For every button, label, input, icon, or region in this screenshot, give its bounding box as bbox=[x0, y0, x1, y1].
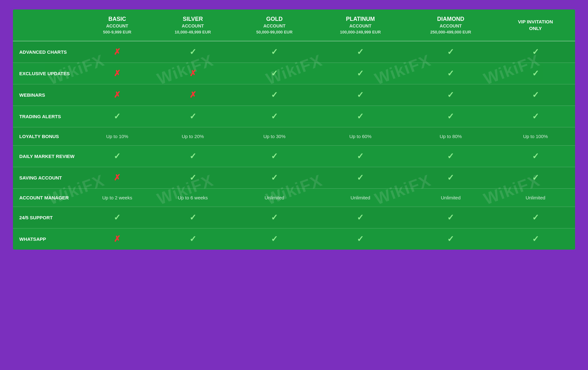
value-cell: Up to 30% bbox=[234, 127, 315, 145]
check-icon: ✓ bbox=[357, 173, 364, 182]
tier-silver-header: SILVER ACCOUNT 10,000-49,999 EUR bbox=[152, 9, 233, 41]
feature-name-cell: WEBINARS bbox=[13, 84, 82, 106]
check-icon: ✓ bbox=[532, 112, 539, 121]
feature-name-cell: WHATSAPP bbox=[13, 228, 82, 250]
cross-icon: ✗ bbox=[114, 69, 121, 78]
text-value: Unlimited bbox=[441, 195, 461, 200]
tier-platinum-name: PLATINUM bbox=[318, 15, 402, 23]
tier-diamond-header: DIAMOND ACCOUNT 250,000-499,000 EUR bbox=[405, 9, 496, 41]
value-cell: Up to 6 weeks bbox=[152, 188, 233, 207]
check-icon: ✓ bbox=[189, 173, 196, 182]
check-icon: ✓ bbox=[357, 90, 364, 100]
tier-silver-name: SILVER bbox=[155, 15, 230, 23]
text-value: Up to 20% bbox=[182, 134, 204, 139]
value-cell: ✗ bbox=[152, 63, 233, 84]
value-cell: ✓ bbox=[405, 167, 496, 188]
tier-platinum-range: 100,000-249,999 EUR bbox=[318, 29, 402, 35]
value-cell: ✓ bbox=[234, 84, 315, 106]
value-cell: ✓ bbox=[152, 228, 233, 250]
check-icon: ✓ bbox=[357, 151, 364, 161]
value-cell: ✓ bbox=[234, 228, 315, 250]
feature-name-cell: TRADING ALERTS bbox=[13, 106, 82, 127]
value-cell: ✓ bbox=[496, 106, 575, 127]
value-cell: ✗ bbox=[82, 41, 152, 63]
value-cell: ✓ bbox=[496, 228, 575, 250]
value-cell: ✓ bbox=[496, 167, 575, 188]
value-cell: ✓ bbox=[234, 106, 315, 127]
table-row: EXCLUSIVE UPDATES✗✗✓✓✓✓ bbox=[13, 63, 575, 84]
check-icon: ✓ bbox=[357, 69, 364, 78]
check-icon: ✓ bbox=[189, 234, 196, 244]
feature-name-cell: 24/5 SUPPORT bbox=[13, 207, 82, 228]
feature-name-cell: DAILY MARKET REVIEW bbox=[13, 145, 82, 167]
value-cell: Up to 2 weeks bbox=[82, 188, 152, 207]
value-cell: ✓ bbox=[234, 207, 315, 228]
value-cell: ✓ bbox=[496, 41, 575, 63]
check-icon: ✓ bbox=[271, 234, 278, 244]
tier-diamond-name: DIAMOND bbox=[409, 15, 493, 23]
check-icon: ✓ bbox=[114, 112, 121, 121]
value-cell: ✗ bbox=[82, 63, 152, 84]
tier-diamond-sub: ACCOUNT bbox=[409, 23, 493, 29]
comparison-table-wrapper: WikiFX WikiFX WikiFX WikiFX WikiFX WikiF… bbox=[13, 9, 575, 250]
check-icon: ✓ bbox=[447, 112, 454, 121]
feature-name-cell: ADVANCED CHARTS bbox=[13, 41, 82, 63]
value-cell: Unlimited bbox=[315, 188, 405, 207]
check-icon: ✓ bbox=[114, 151, 121, 161]
cross-icon: ✗ bbox=[114, 47, 121, 57]
value-cell: ✓ bbox=[405, 106, 496, 127]
tier-vip-header: VIP INVITATION ONLY bbox=[496, 9, 575, 41]
value-cell: ✓ bbox=[315, 167, 405, 188]
value-cell: ✓ bbox=[234, 63, 315, 84]
value-cell: ✓ bbox=[315, 106, 405, 127]
table-row: SAVING ACCOUNT✗✓✓✓✓✓ bbox=[13, 167, 575, 188]
value-cell: ✗ bbox=[152, 84, 233, 106]
value-cell: ✓ bbox=[152, 207, 233, 228]
check-icon: ✓ bbox=[447, 151, 454, 161]
tier-vip-sub: ONLY bbox=[499, 25, 572, 32]
feature-name-cell: SAVING ACCOUNT bbox=[13, 167, 82, 188]
table-row: WHATSAPP✗✓✓✓✓✓ bbox=[13, 228, 575, 250]
check-icon: ✓ bbox=[189, 213, 196, 222]
value-cell: ✓ bbox=[496, 207, 575, 228]
value-cell: ✓ bbox=[234, 167, 315, 188]
value-cell: ✓ bbox=[315, 41, 405, 63]
tier-gold-header: GOLD ACCOUNT 50,000-99,000 EUR bbox=[234, 9, 315, 41]
value-cell: Unlimited bbox=[405, 188, 496, 207]
check-icon: ✓ bbox=[271, 47, 278, 57]
value-cell: ✓ bbox=[82, 145, 152, 167]
check-icon: ✓ bbox=[447, 213, 454, 222]
check-icon: ✓ bbox=[532, 47, 539, 57]
check-icon: ✓ bbox=[271, 90, 278, 100]
check-icon: ✓ bbox=[271, 173, 278, 182]
value-cell: ✓ bbox=[405, 207, 496, 228]
check-icon: ✓ bbox=[271, 69, 278, 78]
check-icon: ✓ bbox=[532, 173, 539, 182]
table-row: 24/5 SUPPORT✓✓✓✓✓✓ bbox=[13, 207, 575, 228]
value-cell: ✓ bbox=[405, 84, 496, 106]
value-cell: ✓ bbox=[405, 41, 496, 63]
value-cell: ✓ bbox=[315, 84, 405, 106]
text-value: Up to 10% bbox=[106, 134, 128, 139]
check-icon: ✓ bbox=[189, 112, 196, 121]
text-value: Unlimited bbox=[351, 195, 370, 200]
value-cell: ✓ bbox=[405, 145, 496, 167]
text-value: Unlimited bbox=[265, 195, 285, 200]
tier-gold-range: 50,000-99,000 EUR bbox=[237, 29, 312, 35]
value-cell: Up to 100% bbox=[496, 127, 575, 145]
value-cell: ✓ bbox=[152, 167, 233, 188]
check-icon: ✓ bbox=[189, 151, 196, 161]
value-cell: ✓ bbox=[234, 145, 315, 167]
cross-icon: ✗ bbox=[189, 69, 196, 78]
value-cell: ✓ bbox=[405, 228, 496, 250]
value-cell: Up to 20% bbox=[152, 127, 233, 145]
tier-gold-name: GOLD bbox=[237, 15, 312, 23]
check-icon: ✓ bbox=[357, 213, 364, 222]
value-cell: ✓ bbox=[315, 207, 405, 228]
value-cell: Unlimited bbox=[496, 188, 575, 207]
value-cell: ✓ bbox=[496, 84, 575, 106]
tier-diamond-range: 250,000-499,000 EUR bbox=[409, 29, 493, 35]
value-cell: Up to 80% bbox=[405, 127, 496, 145]
table-row: ACCOUNT MANAGERUp to 2 weeksUp to 6 week… bbox=[13, 188, 575, 207]
table-row: WEBINARS✗✗✓✓✓✓ bbox=[13, 84, 575, 106]
